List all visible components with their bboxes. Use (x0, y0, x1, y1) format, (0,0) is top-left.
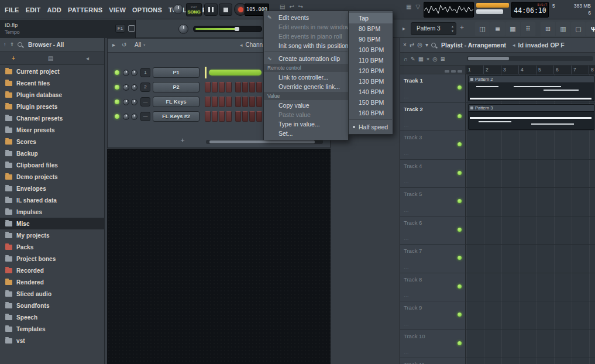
step-cell[interactable] (212, 97, 218, 107)
step-cell[interactable] (242, 97, 248, 107)
redo-icon[interactable]: ↪ (298, 3, 303, 11)
mixer-route-box[interactable]: 1 (140, 68, 150, 77)
delete-icon[interactable]: × (427, 55, 430, 63)
submenu-item-140-bpm[interactable]: 140 BPM (349, 87, 393, 97)
browser-item-vst[interactable]: vst (0, 335, 104, 346)
help-button[interactable]: F1 (115, 24, 125, 33)
track-options-icon[interactable]: ⋯ (404, 209, 408, 214)
browser-item-il-shared-data[interactable]: IL shared data (0, 194, 104, 206)
close-icon[interactable]: × (403, 41, 407, 49)
track-options-icon[interactable]: ⋯ (404, 95, 408, 101)
main-volume-slider[interactable] (476, 3, 509, 8)
channel-button[interactable]: P2 (153, 82, 200, 92)
track-led[interactable] (458, 341, 462, 345)
track-header-track-5[interactable]: Track 5⋯ (400, 188, 466, 217)
step-cell[interactable] (212, 82, 218, 92)
pan-knob[interactable] (123, 114, 129, 120)
step-cell[interactable] (256, 97, 262, 107)
step-cell[interactable] (205, 97, 211, 107)
menu-item-copy-value[interactable]: Copy value (264, 101, 348, 110)
add-pattern-button[interactable]: + (460, 23, 464, 32)
track-options-icon[interactable]: ⋯ (404, 180, 408, 186)
playlist-grid[interactable]: Pattern 2Pattern 3 (466, 74, 595, 364)
track-lane-3[interactable] (466, 131, 595, 160)
track-options-icon[interactable]: ⋯ (404, 294, 408, 299)
main-pitch-slider[interactable] (476, 9, 503, 14)
step-cell[interactable] (212, 111, 218, 122)
menu-file[interactable]: FILE (5, 6, 19, 13)
browser-item-plugin-database[interactable]: Plugin database (0, 89, 104, 101)
browser-item-soundfonts[interactable]: Soundfonts (0, 300, 104, 311)
browser-item-project-bones[interactable]: Project bones (0, 253, 104, 265)
track-led[interactable] (458, 199, 462, 203)
pencil-icon[interactable]: ✎ (411, 55, 415, 63)
bar-number[interactable]: 7 (571, 66, 589, 74)
track-header-track-8[interactable]: Track 8⋯ (400, 273, 466, 302)
submenu-item-130-bpm[interactable]: 130 BPM (349, 76, 393, 87)
track-lane-6[interactable] (466, 217, 595, 245)
pattern-clip-pattern-3[interactable]: Pattern 3 (468, 104, 594, 130)
track-led[interactable] (458, 228, 462, 232)
track-header-track-3[interactable]: Track 3⋯ (400, 131, 466, 160)
step-cell[interactable] (205, 82, 211, 92)
menu-item-override-generic-link[interactable]: Override generic link... (264, 82, 348, 91)
browser-item-backup[interactable]: Backup (0, 147, 104, 159)
volume-knob[interactable] (131, 114, 137, 120)
step-cell[interactable] (256, 111, 262, 122)
overdub-icon[interactable]: ▤ (280, 3, 285, 11)
track-options-icon[interactable]: ⋯ (404, 322, 408, 328)
track-options-icon[interactable]: ⋯ (404, 152, 408, 157)
song-mode-switch[interactable]: PAT SONG (186, 3, 202, 16)
browser-item-impulses[interactable]: Impulses (0, 206, 104, 218)
menu-item-type-in-value[interactable]: Type in value... (264, 119, 348, 129)
channel-enable-led[interactable] (115, 99, 119, 104)
menu-view[interactable]: VIEW (109, 6, 126, 13)
volume-knob[interactable] (131, 84, 137, 91)
rack-loop-icon[interactable]: ↺ (122, 42, 126, 48)
track-lane-11[interactable] (466, 358, 595, 364)
track-options-icon[interactable]: ⋯ (404, 266, 408, 271)
pan-knob[interactable] (123, 70, 129, 76)
submenu-item-90-bpm[interactable]: 90 BPM (349, 34, 393, 44)
browser-item-templates[interactable]: Templates (0, 323, 104, 335)
track-led[interactable] (458, 114, 462, 118)
submenu-item-80-bpm[interactable]: 80 BPM (349, 23, 393, 34)
track-lane-4[interactable] (466, 160, 595, 188)
rack-play-icon[interactable]: ▸ (112, 42, 115, 48)
bar-number[interactable]: 6 (553, 66, 571, 74)
track-led[interactable] (458, 256, 462, 260)
browser-item-speech[interactable]: Speech (0, 311, 104, 323)
mixer-route-box[interactable]: — (140, 97, 150, 107)
mixer-route-box[interactable]: 2 (140, 83, 150, 92)
browser-item-channel-presets[interactable]: Channel presets (0, 112, 104, 124)
track-header-track-6[interactable]: Track 6⋯ (400, 217, 466, 245)
metronome-icon[interactable]: ▽ (415, 3, 420, 11)
bar-number[interactable]: 4 (518, 66, 536, 74)
track-lane-8[interactable] (466, 273, 595, 302)
browser-item-mixer-presets[interactable]: Mixer presets (0, 124, 104, 136)
channel-button[interactable]: FL Keys (153, 97, 200, 107)
track-lane-10[interactable] (466, 330, 595, 359)
menu-item-create-automation-clip[interactable]: ∿Create automation clip (264, 54, 348, 63)
submenu-item-half-speed[interactable]: Half speed (349, 122, 393, 132)
play-pause-button[interactable] (204, 4, 218, 16)
rack-scrollbar[interactable] (206, 140, 323, 144)
step-cell[interactable] (219, 111, 225, 122)
time-display[interactable]: B:S:T 44:06:10 (511, 2, 549, 18)
slider-handle[interactable] (235, 27, 239, 31)
pattern-selector[interactable]: Pattern 3 ▴ ▾ (411, 22, 456, 35)
browser-item-packs[interactable]: Packs (0, 241, 104, 253)
bar-number[interactable]: 3 (501, 66, 518, 74)
detach-icon[interactable]: ⇄ (410, 41, 414, 49)
volume-knob[interactable] (131, 70, 137, 76)
step-cell[interactable] (242, 111, 248, 122)
submenu-item-150-bpm[interactable]: 150 BPM (349, 97, 393, 108)
menu-edit[interactable]: EDIT (26, 6, 41, 13)
step-cell[interactable] (205, 111, 211, 122)
mixer-route-box[interactable]: — (140, 112, 150, 121)
step-cell[interactable] (219, 97, 225, 107)
track-lane-1[interactable]: Pattern 2 (466, 74, 595, 103)
browser-item-demo-projects[interactable]: Demo projects (0, 171, 104, 183)
channel-enable-led[interactable] (115, 85, 119, 90)
zoom-icon[interactable]: ⊞ (441, 55, 445, 63)
